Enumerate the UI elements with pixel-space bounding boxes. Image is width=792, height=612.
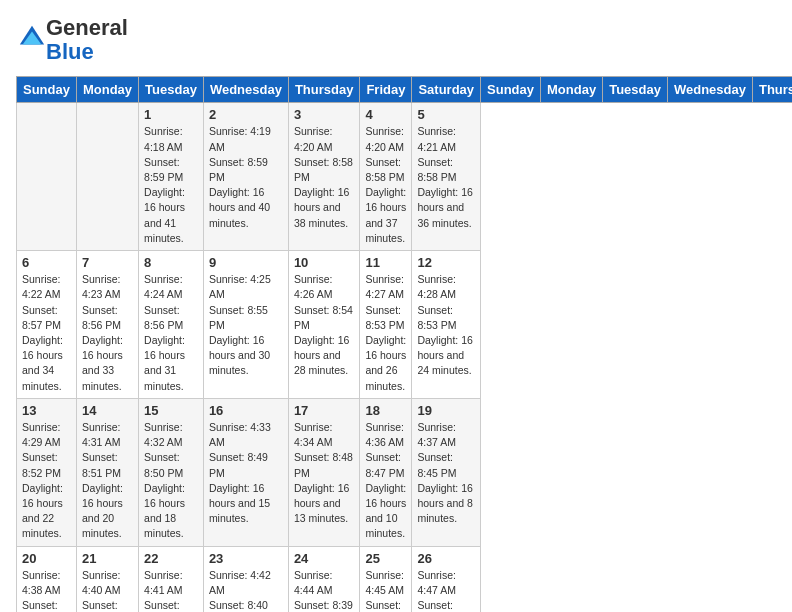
day-info: Sunrise: 4:47 AMSunset: 8:36 PMDaylight:… (417, 569, 472, 612)
calendar-cell: 17Sunrise: 4:34 AMSunset: 8:48 PMDayligh… (288, 398, 360, 546)
calendar-cell: 21Sunrise: 4:40 AMSunset: 8:43 PMDayligh… (76, 546, 138, 612)
day-number: 10 (294, 255, 355, 270)
calendar-week-3: 13Sunrise: 4:29 AMSunset: 8:52 PMDayligh… (17, 398, 793, 546)
day-info: Sunrise: 4:33 AMSunset: 8:49 PMDaylight:… (209, 421, 271, 524)
day-info: Sunrise: 4:45 AMSunset: 8:37 PMDaylight:… (365, 569, 406, 612)
header-monday: Monday (541, 77, 603, 103)
calendar-table: SundayMondayTuesdayWednesdayThursdayFrid… (16, 76, 792, 612)
day-info: Sunrise: 4:29 AMSunset: 8:52 PMDaylight:… (22, 421, 63, 540)
day-info: Sunrise: 4:32 AMSunset: 8:50 PMDaylight:… (144, 421, 185, 540)
day-info: Sunrise: 4:26 AMSunset: 8:54 PMDaylight:… (294, 273, 353, 376)
day-number: 2 (209, 107, 283, 122)
page-header: General Blue (16, 16, 776, 64)
header-wednesday: Wednesday (667, 77, 752, 103)
day-number: 8 (144, 255, 198, 270)
calendar-cell: 18Sunrise: 4:36 AMSunset: 8:47 PMDayligh… (360, 398, 412, 546)
day-number: 17 (294, 403, 355, 418)
calendar-cell: 24Sunrise: 4:44 AMSunset: 8:39 PMDayligh… (288, 546, 360, 612)
calendar-cell: 5Sunrise: 4:21 AMSunset: 8:58 PMDaylight… (412, 103, 481, 251)
day-number: 19 (417, 403, 475, 418)
day-number: 22 (144, 551, 198, 566)
logo-icon (18, 24, 46, 52)
day-number: 9 (209, 255, 283, 270)
calendar-cell: 26Sunrise: 4:47 AMSunset: 8:36 PMDayligh… (412, 546, 481, 612)
header-day-friday: Friday (360, 77, 412, 103)
day-info: Sunrise: 4:19 AMSunset: 8:59 PMDaylight:… (209, 125, 271, 228)
header-sunday: Sunday (481, 77, 541, 103)
day-number: 15 (144, 403, 198, 418)
calendar-cell: 6Sunrise: 4:22 AMSunset: 8:57 PMDaylight… (17, 251, 77, 399)
day-info: Sunrise: 4:22 AMSunset: 8:57 PMDaylight:… (22, 273, 63, 392)
day-info: Sunrise: 4:41 AMSunset: 8:42 PMDaylight:… (144, 569, 185, 612)
calendar-week-4: 20Sunrise: 4:38 AMSunset: 8:44 PMDayligh… (17, 546, 793, 612)
calendar-cell: 19Sunrise: 4:37 AMSunset: 8:45 PMDayligh… (412, 398, 481, 546)
day-number: 13 (22, 403, 71, 418)
calendar-cell: 1Sunrise: 4:18 AMSunset: 8:59 PMDaylight… (139, 103, 204, 251)
logo: General Blue (16, 16, 128, 64)
calendar-cell: 2Sunrise: 4:19 AMSunset: 8:59 PMDaylight… (203, 103, 288, 251)
calendar-cell: 25Sunrise: 4:45 AMSunset: 8:37 PMDayligh… (360, 546, 412, 612)
calendar-week-1: 1Sunrise: 4:18 AMSunset: 8:59 PMDaylight… (17, 103, 793, 251)
calendar-cell (17, 103, 77, 251)
calendar-cell: 8Sunrise: 4:24 AMSunset: 8:56 PMDaylight… (139, 251, 204, 399)
day-number: 1 (144, 107, 198, 122)
day-info: Sunrise: 4:28 AMSunset: 8:53 PMDaylight:… (417, 273, 472, 376)
day-number: 5 (417, 107, 475, 122)
day-info: Sunrise: 4:42 AMSunset: 8:40 PMDaylight:… (209, 569, 271, 612)
day-info: Sunrise: 4:25 AMSunset: 8:55 PMDaylight:… (209, 273, 271, 376)
day-info: Sunrise: 4:31 AMSunset: 8:51 PMDaylight:… (82, 421, 123, 540)
day-number: 4 (365, 107, 406, 122)
calendar-cell: 11Sunrise: 4:27 AMSunset: 8:53 PMDayligh… (360, 251, 412, 399)
calendar-cell: 22Sunrise: 4:41 AMSunset: 8:42 PMDayligh… (139, 546, 204, 612)
day-number: 6 (22, 255, 71, 270)
day-info: Sunrise: 4:27 AMSunset: 8:53 PMDaylight:… (365, 273, 406, 392)
header-day-tuesday: Tuesday (139, 77, 204, 103)
day-info: Sunrise: 4:18 AMSunset: 8:59 PMDaylight:… (144, 125, 185, 244)
logo-general-text: General (46, 15, 128, 40)
header-tuesday: Tuesday (603, 77, 668, 103)
day-info: Sunrise: 4:36 AMSunset: 8:47 PMDaylight:… (365, 421, 406, 540)
day-number: 21 (82, 551, 133, 566)
header-thursday: Thursday (752, 77, 792, 103)
calendar-cell: 20Sunrise: 4:38 AMSunset: 8:44 PMDayligh… (17, 546, 77, 612)
header-day-thursday: Thursday (288, 77, 360, 103)
day-number: 24 (294, 551, 355, 566)
day-number: 26 (417, 551, 475, 566)
day-number: 11 (365, 255, 406, 270)
day-number: 12 (417, 255, 475, 270)
day-info: Sunrise: 4:37 AMSunset: 8:45 PMDaylight:… (417, 421, 472, 524)
day-info: Sunrise: 4:20 AMSunset: 8:58 PMDaylight:… (294, 125, 353, 228)
day-info: Sunrise: 4:34 AMSunset: 8:48 PMDaylight:… (294, 421, 353, 524)
day-number: 25 (365, 551, 406, 566)
calendar-cell: 13Sunrise: 4:29 AMSunset: 8:52 PMDayligh… (17, 398, 77, 546)
calendar-cell: 23Sunrise: 4:42 AMSunset: 8:40 PMDayligh… (203, 546, 288, 612)
day-info: Sunrise: 4:20 AMSunset: 8:58 PMDaylight:… (365, 125, 406, 244)
calendar-cell: 10Sunrise: 4:26 AMSunset: 8:54 PMDayligh… (288, 251, 360, 399)
day-number: 18 (365, 403, 406, 418)
day-info: Sunrise: 4:44 AMSunset: 8:39 PMDaylight:… (294, 569, 353, 612)
calendar-cell (76, 103, 138, 251)
day-info: Sunrise: 4:24 AMSunset: 8:56 PMDaylight:… (144, 273, 185, 392)
day-number: 3 (294, 107, 355, 122)
day-number: 23 (209, 551, 283, 566)
calendar-cell: 7Sunrise: 4:23 AMSunset: 8:56 PMDaylight… (76, 251, 138, 399)
calendar-cell: 15Sunrise: 4:32 AMSunset: 8:50 PMDayligh… (139, 398, 204, 546)
calendar-cell: 3Sunrise: 4:20 AMSunset: 8:58 PMDaylight… (288, 103, 360, 251)
calendar-week-2: 6Sunrise: 4:22 AMSunset: 8:57 PMDaylight… (17, 251, 793, 399)
day-number: 20 (22, 551, 71, 566)
calendar-header-row: SundayMondayTuesdayWednesdayThursdayFrid… (17, 77, 793, 103)
calendar-cell: 9Sunrise: 4:25 AMSunset: 8:55 PMDaylight… (203, 251, 288, 399)
day-info: Sunrise: 4:23 AMSunset: 8:56 PMDaylight:… (82, 273, 123, 392)
header-day-saturday: Saturday (412, 77, 481, 103)
day-number: 14 (82, 403, 133, 418)
day-number: 7 (82, 255, 133, 270)
day-info: Sunrise: 4:38 AMSunset: 8:44 PMDaylight:… (22, 569, 63, 612)
calendar-cell: 4Sunrise: 4:20 AMSunset: 8:58 PMDaylight… (360, 103, 412, 251)
calendar-cell: 16Sunrise: 4:33 AMSunset: 8:49 PMDayligh… (203, 398, 288, 546)
header-day-wednesday: Wednesday (203, 77, 288, 103)
day-number: 16 (209, 403, 283, 418)
calendar-cell: 12Sunrise: 4:28 AMSunset: 8:53 PMDayligh… (412, 251, 481, 399)
header-day-sunday: Sunday (17, 77, 77, 103)
day-info: Sunrise: 4:21 AMSunset: 8:58 PMDaylight:… (417, 125, 472, 228)
header-day-monday: Monday (76, 77, 138, 103)
